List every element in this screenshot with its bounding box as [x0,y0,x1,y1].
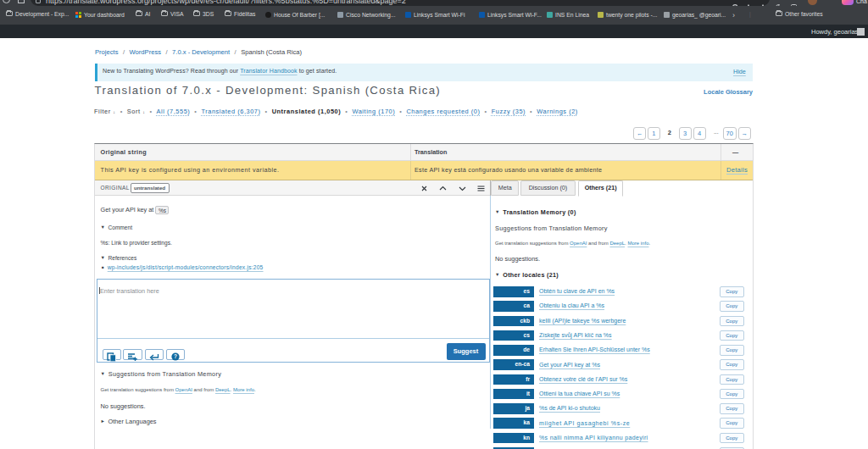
svg-text:?: ? [174,353,177,359]
